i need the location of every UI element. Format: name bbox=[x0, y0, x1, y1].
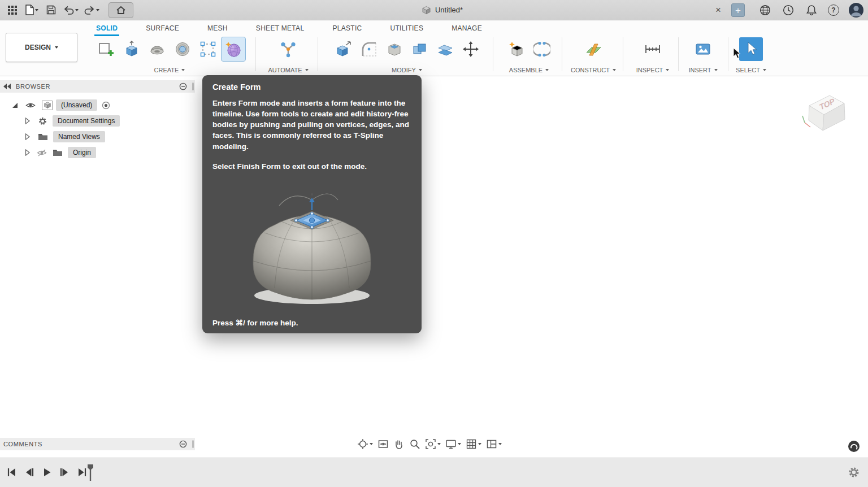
tree-item-label[interactable]: Document Settings bbox=[53, 115, 120, 127]
go-to-beginning-button[interactable] bbox=[6, 465, 18, 480]
press-pull-button[interactable] bbox=[332, 37, 355, 61]
toolbar-separator bbox=[318, 37, 318, 71]
orbit-button[interactable] bbox=[357, 438, 373, 450]
group-dropdown-construct[interactable]: CONSTRUCT bbox=[566, 67, 620, 73]
tree-item-label[interactable]: Named Views bbox=[53, 131, 105, 142]
move-icon bbox=[462, 41, 479, 58]
tab-utilities[interactable]: UTILITIES bbox=[390, 20, 424, 36]
fillet-button[interactable] bbox=[357, 37, 381, 61]
new-tab-button[interactable]: + bbox=[731, 3, 745, 17]
offset-face-button[interactable] bbox=[433, 37, 457, 61]
construct-plane-button[interactable] bbox=[581, 37, 605, 61]
panel-resize-grip[interactable] bbox=[192, 440, 194, 448]
collapsed-arrow-icon[interactable] bbox=[25, 133, 30, 140]
step-back-button[interactable] bbox=[23, 465, 36, 480]
tab-manage[interactable]: MANAGE bbox=[452, 20, 482, 36]
redo-button[interactable] bbox=[84, 2, 99, 18]
panel-options-icon[interactable] bbox=[179, 82, 187, 90]
tree-row-named-views[interactable]: Named Views bbox=[0, 129, 195, 145]
group-dropdown-modify[interactable]: MODIFY bbox=[323, 67, 491, 73]
collapsed-arrow-icon[interactable] bbox=[25, 118, 30, 124]
undo-button[interactable] bbox=[63, 2, 79, 18]
insert-button[interactable] bbox=[691, 37, 715, 61]
combine-button[interactable] bbox=[408, 37, 432, 61]
revolve-button[interactable] bbox=[171, 37, 194, 61]
step-forward-button[interactable] bbox=[58, 465, 71, 480]
collapsed-arrow-icon[interactable] bbox=[25, 149, 30, 156]
sweep-button[interactable] bbox=[145, 37, 169, 61]
extensions-button[interactable] bbox=[758, 2, 772, 18]
visibility-off-eye-icon[interactable] bbox=[37, 149, 47, 156]
panel-resize-grip[interactable] bbox=[192, 82, 194, 90]
home-tab-button[interactable] bbox=[108, 2, 133, 18]
move-copy-button[interactable] bbox=[459, 37, 483, 61]
tab-solid[interactable]: SOLID bbox=[96, 20, 118, 36]
pan-button[interactable] bbox=[393, 438, 405, 450]
box-primitive-button[interactable] bbox=[196, 37, 220, 61]
sync-status-icon[interactable] bbox=[848, 440, 860, 453]
root-component-label[interactable]: (Unsaved) bbox=[56, 99, 97, 111]
tree-row-origin[interactable]: Origin bbox=[0, 145, 195, 160]
browser-panel-header[interactable]: BROWSER bbox=[0, 80, 195, 93]
display-settings-button[interactable] bbox=[445, 438, 461, 450]
viewport-canvas[interactable]: BROWSER (Unsaved) bbox=[0, 76, 868, 458]
group-dropdown-assemble[interactable]: ASSEMBLE bbox=[498, 67, 559, 73]
shell-button[interactable] bbox=[383, 37, 406, 61]
comments-panel-header[interactable]: COMMENTS bbox=[0, 438, 195, 450]
document-tab[interactable]: Untitled* bbox=[170, 0, 715, 20]
tab-plastic[interactable]: PLASTIC bbox=[332, 20, 362, 36]
chevron-down-icon bbox=[96, 9, 99, 11]
tree-item-label[interactable]: Origin bbox=[68, 147, 96, 158]
tab-mesh[interactable]: MESH bbox=[207, 20, 228, 36]
tab-sheet-metal[interactable]: SHEET METAL bbox=[256, 20, 305, 36]
group-assemble: ASSEMBLE bbox=[498, 36, 559, 75]
tree-row-document-settings[interactable]: Document Settings bbox=[0, 113, 195, 129]
notifications-button[interactable] bbox=[805, 2, 818, 18]
group-dropdown-create[interactable]: CREATE bbox=[86, 67, 253, 73]
extrude-button[interactable] bbox=[120, 37, 144, 61]
extrude-icon bbox=[123, 41, 140, 58]
group-dropdown-select[interactable]: SELECT bbox=[730, 67, 772, 73]
tab-surface[interactable]: SURFACE bbox=[146, 20, 179, 36]
measure-icon bbox=[644, 41, 661, 58]
save-button[interactable] bbox=[44, 2, 58, 18]
tooltip-illustration bbox=[212, 181, 411, 312]
create-sketch-button[interactable] bbox=[94, 37, 118, 61]
timeline-settings-button[interactable] bbox=[848, 466, 860, 479]
help-button[interactable]: ? bbox=[828, 5, 839, 16]
create-form-button[interactable] bbox=[222, 37, 245, 61]
group-dropdown-inspect[interactable]: INSPECT bbox=[628, 67, 677, 73]
measure-button[interactable] bbox=[641, 37, 665, 61]
joint-button[interactable] bbox=[530, 37, 554, 61]
collapse-panel-icon[interactable] bbox=[3, 84, 11, 89]
group-dropdown-automate[interactable]: AUTOMATE bbox=[261, 67, 315, 73]
look-at-button[interactable] bbox=[377, 438, 389, 450]
timeline-bar bbox=[0, 458, 868, 487]
timeline-position-marker[interactable] bbox=[86, 464, 95, 482]
play-button[interactable] bbox=[41, 465, 53, 480]
viewcube[interactable]: TOP bbox=[799, 88, 851, 140]
fit-button[interactable] bbox=[425, 438, 441, 450]
activate-radio-icon[interactable] bbox=[102, 101, 110, 110]
app-grid-menu-button[interactable] bbox=[6, 2, 19, 18]
expanded-arrow-icon[interactable] bbox=[12, 103, 18, 108]
zoom-button[interactable] bbox=[409, 438, 420, 450]
chevron-down-icon bbox=[613, 69, 616, 71]
job-status-button[interactable] bbox=[782, 2, 795, 18]
viewports-button[interactable] bbox=[486, 438, 502, 450]
group-dropdown-insert[interactable]: INSERT bbox=[680, 67, 726, 73]
select-button[interactable] bbox=[739, 37, 763, 61]
visibility-eye-icon[interactable] bbox=[25, 102, 36, 109]
orbit-icon bbox=[357, 438, 368, 450]
close-tab-button[interactable]: × bbox=[712, 4, 724, 16]
tooltip-paragraph: Select Finish Form to exit out of the mo… bbox=[212, 161, 411, 172]
grid-snap-button[interactable] bbox=[466, 438, 481, 450]
automate-button[interactable] bbox=[276, 37, 300, 61]
pan-hand-icon bbox=[393, 438, 405, 450]
file-menu-button[interactable] bbox=[25, 2, 38, 18]
workspace-switcher-button[interactable]: DESIGN bbox=[6, 33, 77, 62]
account-button[interactable] bbox=[849, 2, 863, 18]
new-component-button[interactable] bbox=[505, 37, 528, 61]
panel-options-icon[interactable] bbox=[179, 440, 187, 448]
tree-row-root[interactable]: (Unsaved) bbox=[0, 97, 195, 113]
